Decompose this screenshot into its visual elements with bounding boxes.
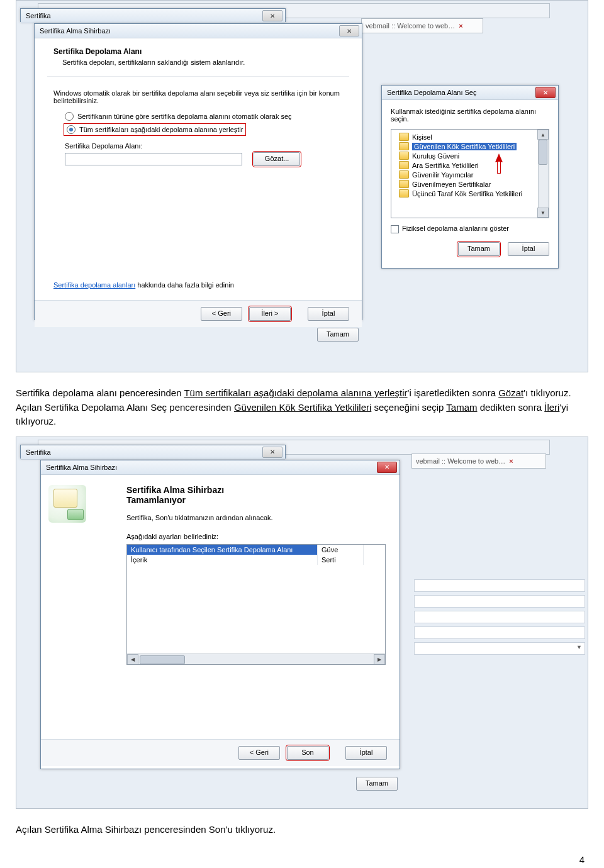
screenshot-2: vebmail :: Welcome to web… × ▼ Sertifika… [16, 437, 588, 809]
text: 'i işaretledikten sonra [408, 387, 499, 398]
text-underline: Tamam [446, 402, 477, 413]
scroll-up-icon[interactable]: ▲ [537, 130, 549, 140]
wizard-window: Sertifika Alma Sihirbazı ✕ Sertifika Alm… [40, 460, 400, 769]
screenshot-1: vebmail :: Welcome to web… × Sertifika ✕… [16, 0, 588, 372]
cert-window-stub: Sertifika ✕ [20, 8, 286, 22]
text-underline: Gözat [498, 387, 523, 398]
text-underline: Güvenilen Kök Sertifika Yetkilileri [234, 402, 371, 413]
tree-item-selected[interactable]: Güvenilen Kök Sertifika Yetkilileri [396, 142, 537, 151]
wizard-heading: Sertifika Depolama Alanı [53, 47, 343, 56]
tree-box[interactable]: Kişisel Güvenilen Kök Sertifika Yetkilil… [391, 129, 549, 218]
tree-dialog-titlebar: Sertifika Depolama Alanı Seç ✕ [382, 86, 558, 100]
scroll-right-icon[interactable]: ▶ [374, 654, 385, 665]
close-icon[interactable]: × [509, 457, 513, 465]
tree-item-label: Kuruluş Güveni [412, 152, 459, 160]
tree-item: Güvenilmeyen Sertifikalar [396, 179, 537, 189]
wizard-footer: < Geri İleri > İptal [35, 300, 362, 327]
browser-tab-label: vebmail :: Welcome to web… [366, 22, 455, 30]
browse-button[interactable]: Gözat... [254, 152, 300, 166]
scroll-down-icon[interactable]: ▼ [537, 208, 549, 218]
cancel-button[interactable]: İptal [308, 307, 349, 321]
scrollbar-horizontal[interactable]: ◀ ▶ [127, 654, 385, 664]
radio-auto[interactable]: Sertifikanın türüne göre sertifika depol… [65, 112, 343, 121]
doc-paragraph-1: Sertifika depolama alanı penceresinden T… [16, 386, 588, 429]
ok-button[interactable]: Tamam [458, 242, 500, 256]
tamam-button-bg[interactable]: Tamam [356, 777, 398, 791]
tree-item-label: Üçüncü Taraf Kök Sertifika Yetkilileri [412, 190, 522, 198]
radio-icon [67, 125, 76, 134]
tree-dialog-title: Sertifika Depolama Alanı Seç [384, 89, 535, 96]
text: dedikten sonra [477, 402, 544, 413]
list-cell: İçerik [127, 555, 318, 565]
wizard-subheading: Sertifika depoları, sertifikaların sakla… [62, 58, 343, 66]
cert-window-title: Sertifika [23, 448, 262, 456]
store-input[interactable] [65, 153, 242, 165]
wizard-instruction: Windows otomatik olarak bir sertifika de… [53, 89, 343, 104]
tree-item-label: Güvenilen Kök Sertifika Yetkilileri [412, 143, 517, 150]
tree-item-label: Kişisel [412, 133, 432, 141]
back-button[interactable]: < Geri [201, 307, 242, 321]
finish-button[interactable]: Son [287, 746, 328, 760]
tree-item-label: Güvenilmeyen Sertifikalar [412, 181, 491, 188]
tamam-button-bg[interactable]: Tamam [317, 328, 359, 342]
scroll-left-icon[interactable]: ◀ [127, 654, 138, 665]
checkbox-label: Fiziksel depolama alanlarını göster [402, 225, 509, 232]
radio-manual[interactable]: Tüm sertifikaları aşağıdaki depolama ala… [64, 123, 246, 136]
back-button[interactable]: < Geri [238, 746, 280, 760]
close-icon[interactable]: ✕ [339, 25, 359, 36]
close-icon[interactable]: ✕ [262, 447, 282, 458]
tree-item: Kuruluş Güveni [396, 151, 537, 160]
wizard-titlebar: Sertifika Alma Sihirbazı ✕ [35, 24, 362, 38]
wizard-title: Sertifika Alma Sihirbazı [37, 27, 339, 35]
close-icon[interactable]: × [459, 22, 462, 30]
text-underline: İleri [544, 402, 559, 413]
radio-icon [65, 112, 74, 121]
wizard-window: Sertifika Alma Sihirbazı ✕ Sertifika Dep… [34, 23, 362, 320]
wizard-footer: < Geri Son İptal [41, 739, 400, 766]
wizard-line2: Aşağıdaki ayarları belirlediniz: [126, 533, 386, 540]
tree-item: Ara Sertifika Yetkilileri [396, 160, 537, 170]
tree-item-label: Ara Sertifika Yetkilileri [412, 162, 479, 169]
browser-tab[interactable]: vebmail :: Welcome to web… × [411, 453, 546, 469]
radio-auto-label: Sertifikanın türüne göre sertifika depol… [77, 113, 292, 120]
wizard-heading-2: Tamamlanıyor [126, 495, 386, 505]
certificate-wizard-icon [48, 485, 86, 523]
folder-icon [399, 133, 409, 141]
close-icon[interactable]: ✕ [535, 87, 556, 98]
checkbox-icon [391, 225, 399, 233]
folder-icon [399, 180, 409, 188]
scrollbar-vertical[interactable]: ▲ ▼ [538, 130, 549, 218]
doc-paragraph-2: Açılan Sertifika Alma Sihirbazı penceres… [16, 823, 588, 837]
scroll-thumb[interactable] [539, 140, 547, 165]
help-link-tail: hakkında daha fazla bilgi edinin [135, 281, 234, 289]
wizard-heading: Sertifika Alma Sihirbazı [126, 485, 386, 495]
tree-item-label: Güvenilir Yayımcılar [412, 171, 473, 179]
close-icon[interactable]: ✕ [377, 462, 397, 473]
next-button[interactable]: İleri > [249, 307, 291, 321]
text-underline: Tüm sertifikaları aşağıdaki depolama ala… [184, 387, 407, 398]
tree-item: Kişisel [396, 132, 537, 142]
tree-item: Üçüncü Taraf Kök Sertifika Yetkilileri [396, 189, 537, 198]
physical-stores-checkbox[interactable]: Fiziksel depolama alanlarını göster [391, 225, 549, 233]
browser-tab-label: vebmail :: Welcome to web… [416, 457, 505, 465]
cancel-button[interactable]: İptal [508, 242, 549, 256]
radio-manual-label: Tüm sertifikaları aşağıdaki depolama ala… [79, 126, 243, 133]
text: seçeneğini seçip [371, 402, 446, 413]
settings-listbox[interactable]: Kullanıcı tarafından Seçilen Sertifika D… [126, 544, 386, 665]
help-link[interactable]: Sertifika depolama alanları [53, 281, 135, 289]
folder-icon [399, 189, 409, 198]
store-field-label: Sertifika Depolama Alanı: [65, 142, 343, 150]
browser-tab[interactable]: vebmail :: Welcome to web… × [361, 18, 483, 33]
tree-item: Güvenilir Yayımcılar [396, 170, 537, 179]
folder-icon [399, 152, 409, 160]
scroll-thumb[interactable] [140, 655, 185, 664]
list-cell: Kullanıcı tarafından Seçilen Sertifika D… [127, 545, 318, 555]
bg-rows: ▼ [414, 579, 585, 658]
wizard-sidebar [41, 475, 125, 739]
wizard-line1: Sertifika, Son'u tıklatmanızın ardından … [126, 514, 386, 521]
close-icon[interactable]: ✕ [262, 10, 282, 21]
cert-window-title: Sertifika [23, 12, 262, 19]
folder-icon [399, 161, 409, 169]
chevron-down-icon: ▼ [576, 644, 582, 650]
cancel-button[interactable]: İptal [345, 746, 387, 760]
